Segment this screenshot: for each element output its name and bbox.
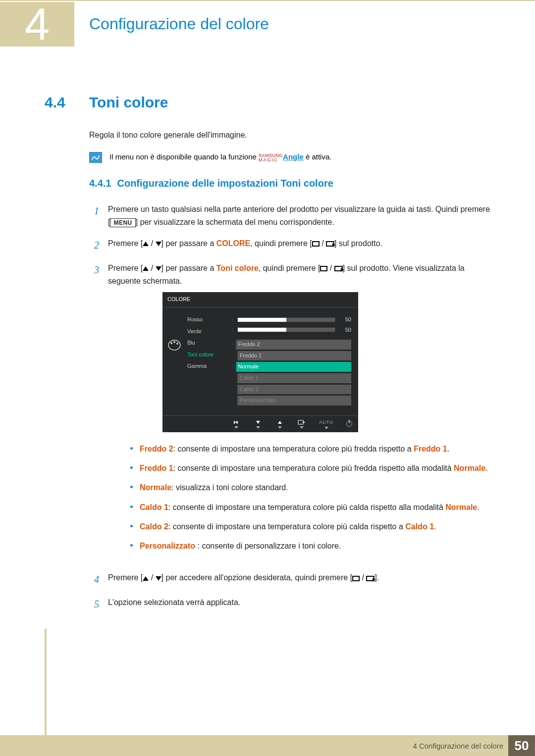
- slider-rosso: : 50: [232, 315, 351, 324]
- osd-enter-icon: [297, 419, 306, 429]
- footer-text: 4 Configurazione del colore: [413, 742, 503, 750]
- subsection-title: Configurazione delle impostazioni Toni c…: [117, 178, 333, 189]
- osd-menu-verde: Verde: [187, 327, 214, 336]
- dd-caldo2: Caldo 2: [237, 385, 351, 395]
- svg-point-1: [170, 342, 172, 344]
- osd-power-icon: [346, 421, 352, 427]
- note-text: Il menu non è disponibile quando la funz…: [109, 152, 331, 162]
- bullet-normale: Normale: visualizza i toni colore standa…: [130, 481, 490, 494]
- osd-menu-rosso: Rosso: [187, 315, 214, 324]
- down-arrow-icon: [156, 266, 161, 271]
- section-number: 4.4: [45, 94, 89, 111]
- palette-icon: [167, 339, 182, 405]
- subsection-heading: 4.4.1 Configurazione delle impostazioni …: [89, 178, 490, 189]
- osd-menu-gamma: Gamma: [187, 362, 214, 371]
- angle-link[interactable]: Angle: [283, 152, 304, 161]
- chapter-header: 4 Configurazione del colore: [0, 0, 535, 47]
- svg-rect-5: [298, 420, 303, 424]
- bullet-caldo1: Caldo 1: consente di impostare una tempe…: [130, 501, 490, 514]
- dd-caldo1: Caldo 1: [237, 373, 351, 383]
- rect-icon: [312, 241, 320, 247]
- svg-point-2: [173, 341, 175, 343]
- step-1: 1 Premere un tasto qualsiasi nella parte…: [89, 203, 490, 228]
- side-stripe: [45, 629, 47, 735]
- up-arrow-icon: [143, 576, 149, 581]
- bullet-freddo2: Freddo 2: consente di impostare una temp…: [130, 442, 490, 455]
- down-arrow-icon: [156, 576, 161, 581]
- dd-freddo2: Freddo 2: [235, 340, 351, 350]
- dd-freddo1: Freddo 1: [237, 351, 351, 361]
- chapter-number: 4: [25, 2, 50, 47]
- page-number: 50: [508, 735, 535, 756]
- up-arrow-icon: [143, 242, 149, 246]
- samsung-magic-logo: SAMSUNGMAGIC: [259, 153, 283, 162]
- osd-menu-blu: Blu: [187, 339, 214, 348]
- chapter-title: Configurazione del colore: [89, 15, 269, 33]
- osd-auto-label: AUTO: [319, 419, 333, 429]
- bullet-freddo1: Freddo 1: consente di impostare una temp…: [130, 461, 490, 475]
- dd-normale: Normale: [235, 362, 351, 372]
- osd-up-icon: [275, 419, 284, 429]
- section-title: Toni colore: [89, 94, 168, 111]
- chapter-badge: 4: [0, 2, 74, 47]
- enter-icon: [326, 241, 334, 247]
- step-4: 4 Premere [ / ] per accedere all'opzione…: [89, 571, 490, 587]
- osd-footer: AUTO: [162, 415, 358, 432]
- slider-verde: : 50: [232, 326, 351, 335]
- bullet-list: Freddo 2: consente di impostare una temp…: [130, 442, 490, 553]
- enter-icon: [366, 576, 374, 581]
- note-row: Il menu non è disponibile quando la funz…: [89, 152, 490, 163]
- note-icon: [89, 152, 102, 163]
- enter-icon: [334, 266, 343, 271]
- section-heading: 4.4 Toni colore: [45, 94, 490, 111]
- osd-menu: Rosso Verde Blu Toni colore Gamma: [187, 315, 214, 405]
- dd-pers: Personalizzato: [237, 396, 351, 405]
- bullet-caldo2: Caldo 2: consente di impostare una tempe…: [130, 520, 490, 533]
- bullet-pers: Personalizzato : consente di personalizz…: [130, 539, 490, 553]
- step-2: 2 Premere [ / ] per passare a COLORE, qu…: [89, 237, 490, 253]
- step-list: 1 Premere un tasto qualsiasi nella parte…: [89, 203, 490, 612]
- step-3: 3 Premere [ / ] per passare a Toni color…: [89, 262, 490, 562]
- osd-down-icon: [254, 419, 263, 429]
- subsection-number: 4.4.1: [89, 178, 111, 189]
- svg-rect-4: [234, 421, 235, 424]
- osd-back-icon: [232, 419, 241, 429]
- rect-icon: [320, 266, 327, 271]
- page-footer: 4 Configurazione del colore 50: [0, 735, 535, 756]
- up-arrow-icon: [143, 266, 149, 271]
- rect-icon: [352, 576, 360, 581]
- svg-point-3: [176, 343, 178, 345]
- osd-screenshot: COLORE Rosso Verde Blu Toni co: [162, 292, 358, 432]
- menu-button-label: MENU: [110, 218, 135, 227]
- osd-menu-toni: Toni colore: [187, 351, 214, 359]
- down-arrow-icon: [156, 242, 161, 246]
- step-5: 5 L'opzione selezionata verrà applicata.: [89, 596, 490, 612]
- intro-text: Regola il tono colore generale dell'imma…: [89, 131, 490, 140]
- osd-title: COLORE: [162, 292, 358, 307]
